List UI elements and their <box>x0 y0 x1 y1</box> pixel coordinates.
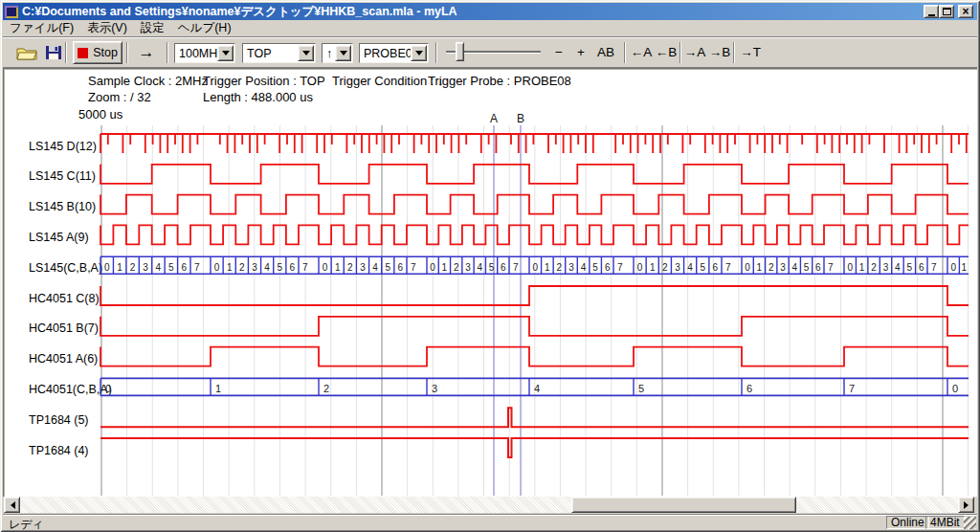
menubar: ファイル(F) 表示(V) 設定 ヘルプ(H) <box>3 20 977 36</box>
set-marker-a-button[interactable]: →A <box>683 42 706 63</box>
zoom-in-button[interactable]: + <box>572 42 590 63</box>
trigger-edge-combo[interactable]: ↑ <box>322 43 353 63</box>
bus-value: 2 <box>768 262 774 273</box>
bus-value: 1 <box>442 262 448 273</box>
bus-value: 0 <box>214 262 220 273</box>
toolbar-separator <box>65 42 67 63</box>
minimize-icon <box>928 14 935 16</box>
run-button[interactable]: → <box>132 42 161 63</box>
bus-value: 0 <box>950 262 956 273</box>
menu-help[interactable]: ヘルプ(H) <box>171 19 238 37</box>
bus-value: 3 <box>360 262 366 273</box>
app-icon <box>5 6 18 18</box>
trigger-probe-value: PROBE00 <box>360 47 411 60</box>
channel-label: HC4051 B(7) <box>29 321 99 335</box>
bus-value: 5 <box>278 262 283 273</box>
bus-value: 1 <box>545 262 550 273</box>
zoom-out-button[interactable]: − <box>550 42 568 63</box>
menu-view[interactable]: 表示(V) <box>80 19 134 37</box>
window-title: C:¥Documents and Settings¥noname¥デスクトップ¥… <box>22 4 922 20</box>
bus-value: 6 <box>605 262 611 273</box>
waveform-display[interactable]: ABLS145 D(12)LS145 C(11)LS145 B(10)LS145… <box>3 68 977 496</box>
titlebar[interactable]: C:¥Documents and Settings¥noname¥デスクトップ¥… <box>3 3 977 20</box>
run-arrow-icon: → <box>139 43 155 62</box>
bus-value: 0 <box>847 262 853 273</box>
resize-grip[interactable] <box>964 517 976 529</box>
maximize-button[interactable] <box>939 5 954 18</box>
bus-value: 1 <box>650 262 656 273</box>
channel-label: TP1684 (4) <box>29 444 89 457</box>
bus-value: 5 <box>168 262 174 273</box>
bus-value: 3 <box>568 262 574 273</box>
bus-value: 5 <box>386 262 391 273</box>
sample-clock-value: 100MHz <box>175 47 217 60</box>
bus-value: 0 <box>533 262 539 273</box>
bus-value: 5 <box>907 262 913 273</box>
bus-value: 1 <box>227 262 233 273</box>
open-folder-icon <box>16 45 37 60</box>
chevron-down-icon[interactable] <box>335 45 351 61</box>
waveform-pane: Sample Clock : 2MHz Trigger Position : T… <box>3 68 977 497</box>
bus-value: 1 <box>961 262 967 273</box>
status-online-badge: Online <box>886 516 929 529</box>
save-button[interactable] <box>41 42 66 63</box>
window-controls: × <box>922 5 973 18</box>
channel-label: TP1684 (5) <box>29 413 89 427</box>
close-button[interactable]: × <box>958 5 973 18</box>
toolbar-separator <box>435 42 437 63</box>
save-floppy-icon <box>45 45 62 60</box>
bus-value: 4 <box>478 262 483 273</box>
bus-value: 1 <box>757 262 763 273</box>
trigger-probe-combo[interactable]: PROBE00 <box>359 43 429 63</box>
zoom-slider-handle[interactable] <box>456 42 464 61</box>
bus-value: 2 <box>347 262 353 273</box>
statusbar: レディ Online 4MBit <box>3 514 977 530</box>
bus-value: 0 <box>745 262 750 273</box>
bus-value: 4 <box>792 262 798 273</box>
bus-value: 4 <box>264 262 270 273</box>
bus-value: 6 <box>182 262 188 273</box>
set-marker-b-button[interactable]: →B <box>708 42 731 63</box>
goto-trigger-button[interactable]: →T <box>739 42 762 63</box>
bus-value: 0 <box>105 383 111 394</box>
ab-span-button[interactable]: AB <box>593 42 618 63</box>
bus-value: 3 <box>432 383 437 394</box>
chevron-down-icon[interactable] <box>411 45 427 61</box>
goto-marker-b-button[interactable]: ←B <box>655 42 678 63</box>
bus-value: 5 <box>804 262 810 273</box>
chevron-down-icon[interactable] <box>217 45 234 61</box>
bus-value: 7 <box>513 262 519 273</box>
bus-value: 7 <box>411 262 416 273</box>
bus-value: 2 <box>323 383 329 394</box>
scrollbar-thumb[interactable] <box>571 497 796 513</box>
scroll-left-button[interactable] <box>4 497 20 513</box>
horizontal-scrollbar[interactable] <box>4 497 974 513</box>
close-icon: × <box>962 7 969 16</box>
trigger-position-combo[interactable]: TOP <box>242 43 316 63</box>
toolbar-separator <box>167 42 168 63</box>
bus-value: 4 <box>156 262 162 273</box>
maximize-icon <box>943 8 951 15</box>
bus-value: 0 <box>637 262 643 273</box>
scroll-right-button[interactable] <box>958 497 974 513</box>
stop-button[interactable]: Stop <box>73 41 122 64</box>
channel-label: LS145 C(11) <box>29 169 96 183</box>
bus-value: 2 <box>557 262 563 273</box>
goto-marker-a-button[interactable]: ←A <box>630 42 653 63</box>
toolbar-separator <box>733 42 735 63</box>
bus-value: 3 <box>883 262 889 273</box>
bus-value: 0 <box>952 383 958 394</box>
sample-clock-combo[interactable]: 100MHz <box>174 43 235 63</box>
bus-value: 7 <box>302 262 308 273</box>
bus-value: 5 <box>592 262 598 273</box>
bus-value: 3 <box>780 262 786 273</box>
open-button[interactable] <box>14 42 39 63</box>
bus-value: 1 <box>335 262 341 273</box>
channel-label: LS145 D(12) <box>29 140 97 153</box>
menu-file[interactable]: ファイル(F) <box>3 19 80 37</box>
channel-label: HC4051(C,B,A) <box>29 383 112 396</box>
menu-settings[interactable]: 設定 <box>134 19 171 37</box>
minimize-button[interactable] <box>924 5 939 18</box>
bus-value: 6 <box>815 262 821 273</box>
chevron-down-icon[interactable] <box>298 45 314 61</box>
